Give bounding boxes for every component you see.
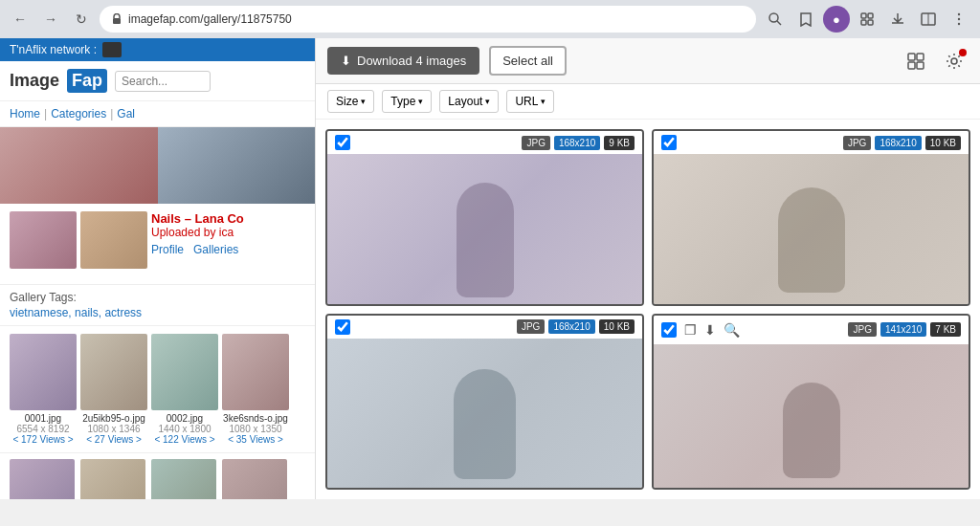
image-card-3-actions: ❐ ⬇ 🔍 bbox=[677, 319, 747, 340]
type-filter-button[interactable]: Type ▾ bbox=[382, 90, 432, 113]
reload-button[interactable]: ↻ bbox=[69, 7, 94, 32]
bottom-dims-3: 1080 x 1350 bbox=[222, 424, 289, 434]
image-checkbox-3[interactable] bbox=[661, 322, 677, 338]
svg-rect-6 bbox=[868, 20, 873, 25]
nav-gal[interactable]: Gal bbox=[117, 107, 135, 121]
site-search-input[interactable] bbox=[115, 71, 211, 92]
type-filter-label: Type bbox=[390, 95, 415, 108]
bgr-thumb-2[interactable] bbox=[151, 459, 216, 499]
image-size-2: 10 KB bbox=[599, 319, 635, 334]
image-container-0 bbox=[327, 154, 642, 306]
gallery-tags[interactable]: vietnamese, nails, actress bbox=[10, 306, 305, 319]
profile-link[interactable]: Profile bbox=[151, 243, 184, 256]
type-chevron-icon: ▾ bbox=[418, 97, 423, 106]
image-checkbox-1[interactable] bbox=[661, 135, 677, 150]
size-chevron-icon: ▾ bbox=[361, 97, 366, 106]
svg-rect-14 bbox=[908, 62, 915, 69]
back-button[interactable]: ← bbox=[8, 7, 33, 32]
image-card-3: ❐ ⬇ 🔍 JPG 141x210 7 KB bbox=[652, 314, 970, 491]
bgr-item-2 bbox=[151, 459, 216, 499]
nav-home[interactable]: Home bbox=[10, 107, 40, 121]
bottom-views-1[interactable]: < 27 Views > bbox=[80, 434, 147, 445]
layout-filter-button[interactable]: Layout ▾ bbox=[439, 90, 499, 113]
tab-icon bbox=[921, 11, 936, 27]
gallery-info: Nails – Lana Co Uploaded by ica Profile … bbox=[0, 204, 315, 285]
image-checkbox-0[interactable] bbox=[335, 135, 350, 150]
gallery-tags-label: Gallery Tags: bbox=[10, 291, 305, 304]
address-bar[interactable]: imagefap.com/gallery/11875750 bbox=[100, 6, 756, 33]
logo-image-text: Image bbox=[10, 71, 59, 91]
image-card-3-header: ❐ ⬇ 🔍 JPG 141x210 7 KB bbox=[654, 316, 969, 344]
gallery-title: Nails – Lana Co bbox=[151, 211, 305, 226]
url-text: imagefap.com/gallery/11875750 bbox=[128, 12, 745, 26]
image-meta-0: JPG 168x210 9 KB bbox=[522, 136, 635, 150]
image-placeholder-2 bbox=[327, 339, 642, 491]
url-filter-button[interactable]: URL ▾ bbox=[506, 90, 554, 113]
download-icon bbox=[890, 11, 905, 27]
bgr-thumb-3[interactable] bbox=[222, 459, 287, 499]
bgr-item-1 bbox=[80, 459, 145, 499]
open-icon[interactable]: ❐ bbox=[684, 322, 697, 338]
image-checkbox-2[interactable] bbox=[335, 319, 350, 335]
bottom-item-2: 0002.jpg 1440 x 1800 < 122 Views > bbox=[151, 334, 218, 445]
bottom-thumb-0[interactable] bbox=[10, 334, 77, 410]
bgr-thumb-1[interactable] bbox=[80, 459, 145, 499]
profile-avatar[interactable]: ● bbox=[823, 6, 850, 33]
browser-toolbar-icons: ● bbox=[762, 6, 972, 33]
extensions-icon-btn[interactable] bbox=[854, 6, 880, 33]
nav-categories[interactable]: Categories bbox=[51, 107, 106, 121]
select-all-button[interactable]: Select all bbox=[489, 46, 567, 76]
bottom-views-0[interactable]: < 172 Views > bbox=[10, 434, 77, 445]
galleries-link[interactable]: Galleries bbox=[193, 243, 238, 256]
downloader-toolbar: ⬇ Download 4 images Select all bbox=[316, 38, 980, 84]
image-format-2: JPG bbox=[517, 319, 545, 334]
bottom-dims-0: 6554 x 8192 bbox=[10, 424, 77, 434]
promo-image-strip bbox=[0, 127, 315, 204]
url-chevron-icon: ▾ bbox=[541, 97, 546, 106]
logo-fap-text: Fap bbox=[67, 69, 107, 93]
svg-rect-5 bbox=[861, 20, 866, 25]
svg-point-16 bbox=[951, 58, 957, 64]
image-meta-3: JPG 141x210 7 KB bbox=[848, 322, 961, 337]
gallery-tags-section: Gallery Tags: vietnamese, nails, actress bbox=[0, 285, 315, 326]
filter-bar: Size ▾ Type ▾ Layout ▾ URL ▾ bbox=[316, 84, 980, 120]
search-icon-btn[interactable] bbox=[762, 6, 789, 33]
image-dims-3: 141x210 bbox=[880, 322, 926, 337]
download-manager-btn[interactable] bbox=[884, 6, 911, 33]
bgr-thumb-0[interactable] bbox=[10, 459, 75, 499]
image-card-2: JPG 168x210 10 KB blurred / no url visib… bbox=[325, 314, 644, 491]
bookmark-icon-btn[interactable] bbox=[792, 6, 819, 33]
bottom-thumb-3[interactable] bbox=[222, 334, 289, 410]
zoom-icon[interactable]: 🔍 bbox=[724, 322, 740, 338]
forward-button[interactable]: → bbox=[38, 7, 63, 32]
settings-button[interactable] bbox=[940, 47, 969, 76]
svg-rect-13 bbox=[917, 54, 924, 60]
bottom-thumbnails: 0001.jpg 6554 x 8192 < 172 Views > 2u5ik… bbox=[0, 326, 315, 452]
gallery-promo bbox=[0, 127, 315, 204]
image-format-1: JPG bbox=[843, 136, 871, 150]
network-text: T'nAflix network : bbox=[10, 43, 97, 56]
bottom-thumb-1[interactable] bbox=[80, 334, 147, 410]
download-single-icon[interactable]: ⬇ bbox=[704, 322, 716, 338]
gallery-uploader: Uploaded by ica bbox=[151, 226, 305, 239]
tab-split-btn[interactable] bbox=[915, 6, 942, 33]
settings-badge bbox=[959, 49, 967, 56]
menu-btn[interactable] bbox=[946, 6, 972, 33]
image-card-0-header: JPG 168x210 9 KB bbox=[327, 131, 642, 154]
svg-rect-15 bbox=[917, 62, 924, 69]
download-button[interactable]: ⬇ Download 4 images bbox=[327, 47, 479, 75]
bookmark-icon bbox=[798, 11, 813, 27]
image-card-0: JPG 168x210 9 KB https://cdn.imagefap.co… bbox=[325, 129, 644, 306]
bottom-views-2[interactable]: < 122 Views > bbox=[151, 434, 218, 445]
image-meta-2: JPG 168x210 10 KB bbox=[517, 319, 635, 334]
site-header: T'nAflix network : bbox=[0, 38, 315, 61]
bottom-views-3[interactable]: < 35 Views > bbox=[222, 434, 289, 445]
svg-rect-3 bbox=[861, 13, 866, 18]
size-filter-button[interactable]: Size ▾ bbox=[327, 90, 374, 113]
bottom-thumb-2[interactable] bbox=[151, 334, 218, 410]
extra-gallery-row bbox=[0, 452, 315, 499]
gallery-thumb-1[interactable] bbox=[10, 211, 77, 269]
gallery-thumb-2[interactable] bbox=[80, 211, 147, 269]
nav-links: Home | Categories | Gal bbox=[0, 101, 315, 127]
grid-view-button[interactable] bbox=[902, 47, 930, 76]
